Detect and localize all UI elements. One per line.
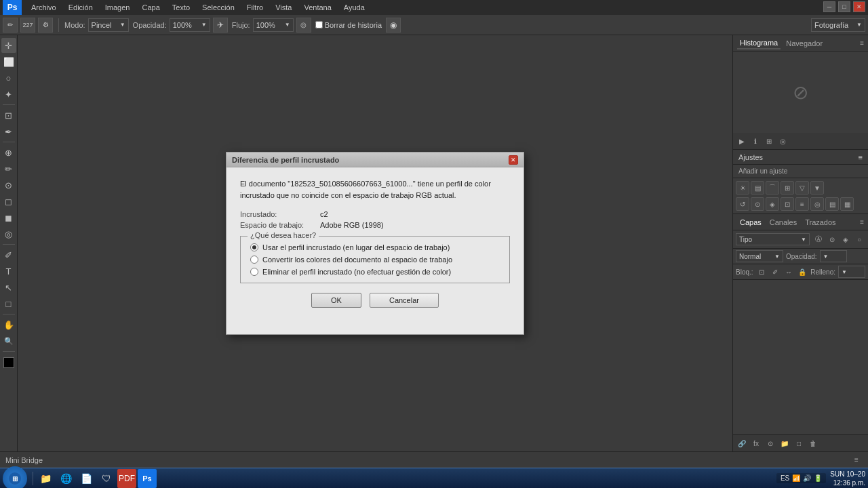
eyedropper-tool[interactable]: ✒ (1, 124, 16, 139)
healing-tool[interactable]: ⊕ (1, 145, 16, 160)
radio-option-1[interactable]: Usar el perfil incrustado (en lugar del … (250, 243, 500, 251)
history-check[interactable] (315, 21, 323, 28)
adj-icon-threshold[interactable]: ▦ (840, 197, 854, 211)
panel-action-icon-4[interactable]: ◎ (776, 135, 789, 147)
adj-icon-colorbalance[interactable]: ↺ (736, 197, 749, 211)
radio-btn-3[interactable] (250, 268, 258, 276)
adj-icon-invert[interactable]: ◎ (810, 197, 824, 211)
history-icon[interactable]: ◉ (386, 18, 401, 33)
taskbar-browser-icon[interactable]: 🌐 (56, 469, 75, 488)
adj-icon-levels[interactable]: ▤ (751, 181, 764, 195)
eraser-tool[interactable]: ◻ (1, 194, 16, 209)
menu-seleccion[interactable]: Selección (197, 2, 240, 13)
adj-icon-hsl[interactable]: ▼ (810, 181, 824, 195)
brush-icon[interactable]: ✏ (3, 18, 18, 33)
panel-action-icon-3[interactable]: ⊞ (763, 135, 775, 147)
taskbar-pdf-icon[interactable]: PDF (117, 469, 136, 488)
blend-mode-dropdown[interactable]: Normal ▼ (736, 250, 783, 262)
menu-vista[interactable]: Vista (270, 2, 297, 13)
workspace-dropdown[interactable]: Fotografía (811, 18, 865, 32)
mode-dropdown[interactable]: Pincel (88, 18, 129, 32)
taskbar-security-icon[interactable]: 🛡 (97, 469, 116, 488)
magic-wand-tool[interactable]: ✦ (1, 87, 16, 102)
menu-texto[interactable]: Texto (167, 2, 195, 13)
new-group-icon[interactable]: 📁 (778, 437, 791, 449)
ajustes-menu-icon[interactable]: ≡ (859, 153, 863, 161)
brush-settings-icon[interactable]: ⚙ (38, 18, 53, 33)
adj-icon-brightness[interactable]: ☀ (736, 181, 749, 195)
move-tool[interactable]: ✛ (1, 38, 16, 53)
menu-ventana[interactable]: Ventana (298, 2, 336, 13)
lock-lock-icon[interactable]: 🔒 (797, 266, 808, 278)
delete-layer-icon[interactable]: 🗑 (807, 437, 819, 449)
menu-imagen[interactable]: Imagen (100, 2, 136, 13)
radio-btn-1[interactable] (250, 243, 258, 251)
adj-icon-channelmixer[interactable]: ⊡ (781, 197, 794, 211)
tab-trazados[interactable]: Trazados (802, 217, 838, 228)
capas-menu-icon[interactable]: ≡ (860, 218, 864, 226)
cancel-button[interactable]: Cancelar (370, 293, 439, 308)
tab-navegador[interactable]: Navegador (783, 38, 825, 49)
capas-filter-icon-1[interactable]: Ⓐ (812, 233, 825, 245)
marquee-tool[interactable]: ⬜ (1, 54, 16, 69)
menu-filtro[interactable]: Filtro (241, 2, 269, 13)
tab-canales[interactable]: Canales (767, 217, 800, 228)
capas-filter-toggle[interactable]: ○ (853, 233, 865, 245)
taskbar-notepad-icon[interactable]: 📄 (77, 469, 96, 488)
mini-bridge-icon-1[interactable]: ≡ (850, 454, 863, 466)
brush-tool[interactable]: ✏ (1, 161, 16, 176)
menu-edicion[interactable]: Edición (63, 2, 98, 13)
tab-capas[interactable]: Capas (737, 217, 764, 228)
zoom-tool[interactable]: 🔍 (1, 333, 16, 348)
modal-close-button[interactable]: ✕ (509, 155, 518, 165)
taskbar-folder-icon[interactable]: 📁 (36, 469, 55, 488)
airbrush-icon[interactable]: ✈ (213, 18, 228, 33)
layer-mask-icon[interactable]: ⊙ (764, 437, 776, 449)
adj-icon-photofilter[interactable]: ◈ (766, 197, 779, 211)
layer-style-icon[interactable]: fx (750, 437, 762, 449)
minimize-button[interactable]: ─ (823, 1, 835, 12)
pen-tool[interactable]: ✐ (1, 247, 16, 262)
dodge-tool[interactable]: ◎ (1, 226, 16, 241)
type-tool[interactable]: T (1, 264, 16, 279)
gradient-tool[interactable]: ◼ (1, 210, 16, 225)
menu-capa[interactable]: Capa (136, 2, 165, 13)
crop-tool[interactable]: ⊡ (1, 108, 16, 123)
menu-archivo[interactable]: Archivo (26, 2, 62, 13)
canvas-area[interactable]: Diferencia de perfil incrustado ✕ El doc… (18, 35, 732, 451)
layer-opacity-dropdown[interactable]: ▼ (820, 250, 847, 262)
lock-move-icon[interactable]: ✐ (770, 266, 781, 278)
adj-icon-exposure[interactable]: ⊞ (781, 181, 794, 195)
radio-option-2[interactable]: Convertir los colores del documento al e… (250, 256, 500, 264)
tab-histograma[interactable]: Histograma (737, 37, 781, 49)
adj-icon-bw[interactable]: ⊙ (751, 197, 764, 211)
rectangle-tool[interactable]: □ (1, 296, 16, 311)
panel-action-icon-2[interactable]: ℹ (749, 135, 762, 147)
lock-pixels-icon[interactable]: ⊡ (756, 266, 767, 278)
adj-icon-curves[interactable]: ⌒ (766, 181, 779, 195)
capas-filter-icon-2[interactable]: ⊙ (826, 233, 838, 245)
adj-icon-colorlookup[interactable]: ≡ (795, 197, 809, 211)
maximize-button[interactable]: □ (838, 1, 850, 12)
adj-icon-posterize[interactable]: ▤ (825, 197, 839, 211)
radio-option-3[interactable]: Eliminar el perfil incrustado (no efectu… (250, 268, 500, 276)
adj-icon-vibrance[interactable]: ▽ (795, 181, 809, 195)
path-select-tool[interactable]: ↖ (1, 280, 16, 295)
radio-btn-2[interactable] (250, 256, 258, 264)
link-layers-icon[interactable]: 🔗 (736, 437, 748, 449)
start-button[interactable]: ⊞ (3, 466, 27, 489)
histograma-menu-icon[interactable]: ≡ (860, 39, 864, 47)
flow-icon[interactable]: ◎ (296, 18, 311, 33)
taskbar-ps-icon[interactable]: Ps (138, 469, 157, 488)
new-layer-icon[interactable]: □ (793, 437, 805, 449)
capas-filter-icon-3[interactable]: ◈ (840, 233, 852, 245)
foreground-color[interactable] (3, 357, 14, 368)
lock-all-icon[interactable]: ↔ (783, 266, 794, 278)
capas-tipo-dropdown[interactable]: Tipo ▼ (736, 233, 810, 245)
hand-tool[interactable]: ✋ (1, 317, 16, 332)
ok-button[interactable]: OK (311, 293, 361, 308)
brush-size-icon[interactable]: 227 (20, 18, 35, 33)
history-checkbox[interactable]: Borrar de historia (315, 21, 382, 29)
panel-action-icon-1[interactable]: ▶ (736, 135, 748, 147)
opacity-dropdown[interactable]: 100% (170, 18, 210, 32)
